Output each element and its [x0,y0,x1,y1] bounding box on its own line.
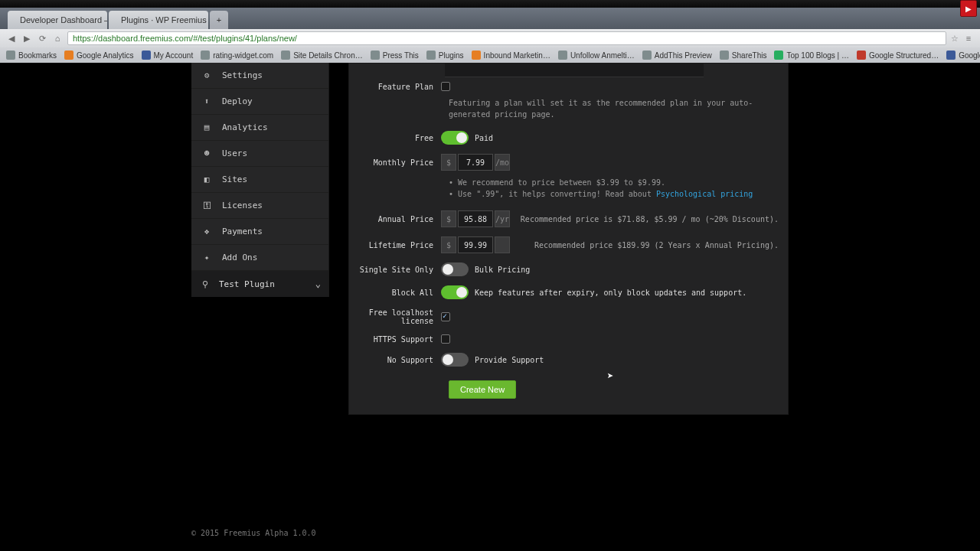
feature-plan-label: Feature Plan [349,83,441,91]
menu-icon[interactable]: ≡ [963,34,974,43]
sidebar-item-addons[interactable]: ✦ Add Ons [191,245,328,271]
url-field[interactable]: https://dashboard.freemius.com/#/test/pl… [67,31,946,45]
free-label: Free [349,134,441,142]
lifetime-reco: Recommended price $189.99 (2 Years x Ann… [534,241,779,249]
tab-bar: Developer Dashboard – Fr… × Plugins · WP… [0,8,980,29]
youtube-badge-icon: ▶ [960,0,977,17]
sidebar-item-analytics[interactable]: ▤ Analytics [191,115,328,141]
block-all-toggle[interactable] [441,285,469,299]
sidebar-item-label: Sites [222,174,247,184]
forward-button[interactable]: ▶ [21,34,32,44]
users-icon: ☻ [201,148,213,160]
monthly-price-help: • We recommend to price between $3.99 to… [449,175,777,206]
bookmark[interactable]: Bookmarks [6,51,57,60]
new-tab-button[interactable]: + [210,11,228,29]
annual-price-input[interactable] [458,210,493,227]
free-localhost-checkbox[interactable] [441,312,450,321]
period-suffix: /mo [495,154,510,171]
settings-icon: ⚙ [201,70,213,82]
sidebar-plugin-name: Test Plugin [219,279,275,289]
sidebar-plugin-picker[interactable]: ⚲ Test Plugin ⌄ [191,271,328,297]
bookmark[interactable]: Inbound Marketin… [472,51,550,60]
tab-title: Developer Dashboard – Fr… [20,15,107,24]
sidebar: ⚙ Settings ⬆ Deploy ▤ Analytics ☻ Users … [191,63,329,297]
sidebar-item-label: Deploy [222,96,253,106]
licenses-icon: ⚿ [201,200,213,212]
free-localhost-label: Free localhost license [349,308,441,325]
home-button[interactable]: ⌂ [52,34,63,43]
https-support-label: HTTPS Support [349,335,441,344]
block-all-label: Block All [349,289,441,297]
sidebar-item-label: Analytics [222,122,268,132]
browser-tab-0[interactable]: Developer Dashboard – Fr… × [8,11,107,29]
tab-title: Plugins · WP Freemius T… [121,15,208,24]
https-support-checkbox[interactable] [441,334,450,344]
bookmark[interactable]: My Account [142,51,194,60]
bookmark-star-icon[interactable]: ☆ [951,34,959,44]
bookmark[interactable]: AddThis Preview [642,51,712,60]
app-footer: © 2015 Freemius Alpha 1.0.0 [191,529,316,537]
sidebar-item-label: Add Ons [222,253,257,262]
bookmark[interactable]: Press This [371,51,419,60]
address-bar: ◀ ▶ ⟳ ⌂ https://dashboard.freemius.com/#… [0,29,980,47]
sidebar-item-sites[interactable]: ◧ Sites [191,167,328,193]
sidebar-item-label: Users [222,148,247,158]
bookmark[interactable]: Unfollow Anmelti… [558,51,635,60]
bookmark[interactable]: Plugins [426,51,464,60]
currency-prefix: $ [441,236,456,253]
url-text: https://dashboard.freemius.com/#/test/pl… [73,34,297,43]
monthly-price-input[interactable] [458,154,493,171]
monthly-price-label: Monthly Price [349,158,441,167]
lifetime-price-label: Lifetime Price [349,241,441,249]
sidebar-item-deploy[interactable]: ⬆ Deploy [191,89,328,115]
description-field-bottom-edge[interactable] [445,64,704,77]
bulk-pricing-toggle[interactable] [441,262,469,276]
period-suffix [495,236,510,253]
single-site-label: Single Site Only [349,266,441,274]
sidebar-item-label: Settings [222,70,263,80]
back-button[interactable]: ◀ [6,34,17,44]
chevron-down-icon: ⌄ [315,279,321,289]
sidebar-item-payments[interactable]: ❖ Payments [191,219,328,245]
addons-icon: ✦ [201,252,213,264]
bookmark[interactable]: Google Calendar [946,51,980,60]
currency-prefix: $ [441,154,456,171]
sidebar-item-settings[interactable]: ⚙ Settings [191,63,328,89]
plug-icon: ⚲ [199,278,211,290]
reload-button[interactable]: ⟳ [37,34,47,44]
provide-support-label: Provide Support [475,356,544,364]
period-suffix: /yr [495,210,510,227]
annual-price-label: Annual Price [349,215,441,223]
no-support-label: No Support [349,356,441,364]
create-new-button[interactable]: Create New [449,380,516,399]
bookmark[interactable]: rating-widget.com [201,51,273,60]
sites-icon: ◧ [201,174,213,186]
deploy-icon: ⬆ [201,96,213,108]
sidebar-item-label: Payments [222,227,263,236]
sidebar-item-label: Licenses [222,201,263,210]
paid-label: Paid [475,134,493,142]
bookmark[interactable]: Google Analytics [64,51,134,60]
payments-icon: ❖ [201,226,213,238]
bookmarks-bar: Bookmarks Google Analytics My Account ra… [0,47,980,63]
block-all-text: Keep features after expiry, only block u… [475,289,746,297]
feature-plan-help: Featuring a plan will set it as the reco… [449,96,777,126]
bookmark[interactable]: ShareThis [720,51,767,60]
browser-tab-1[interactable]: Plugins · WP Freemius T… × [109,11,208,29]
plan-form-panel: Feature Plan Featuring a plan will set i… [348,63,789,415]
analytics-icon: ▤ [201,122,213,134]
lifetime-price-input[interactable] [458,236,493,253]
annual-reco: Recommended price is $71.88, $5.99 / mo … [521,215,779,223]
bookmark[interactable]: Google Structured… [857,51,939,60]
free-paid-toggle[interactable] [441,131,469,145]
support-toggle[interactable] [441,353,469,367]
sidebar-item-users[interactable]: ☻ Users [191,141,328,167]
bookmark[interactable]: Site Details Chron… [281,51,363,60]
bulk-pricing-label: Bulk Pricing [475,266,530,274]
currency-prefix: $ [441,210,456,227]
feature-plan-checkbox[interactable] [441,82,450,91]
bookmark[interactable]: Top 100 Blogs | … [774,51,849,60]
psych-pricing-link[interactable]: Psychological pricing [656,190,753,198]
sidebar-item-licenses[interactable]: ⚿ Licenses [191,193,328,219]
